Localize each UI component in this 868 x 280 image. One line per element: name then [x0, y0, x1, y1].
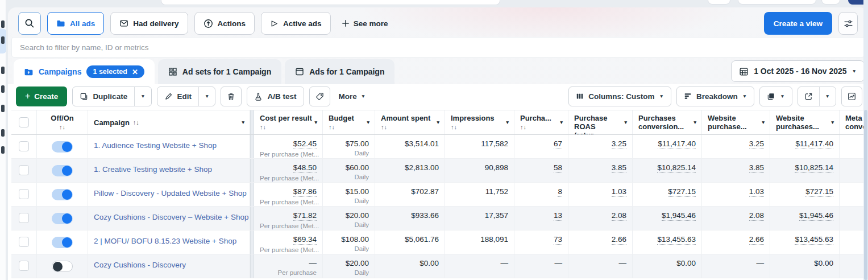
purchases-conversion-value[interactable]: $727.15 — [668, 187, 696, 197]
column-header-purchase-roas[interactable]: Purchase ROAS (retur... ▼ — [568, 110, 633, 134]
purchase-roas-value[interactable]: 2.08 — [612, 211, 626, 221]
create-a-view-button[interactable]: Create a view — [764, 12, 832, 35]
website-purchases-value[interactable]: $1,945.46 — [799, 211, 833, 221]
purchase-roas-value[interactable]: 3.85 — [612, 163, 626, 173]
sort-icon[interactable]: ↑↓ — [329, 123, 369, 130]
campaign-name-link[interactable]: 1. Audience Testing Website + Shop — [94, 141, 217, 150]
frozen-pane-divider[interactable] — [250, 110, 254, 134]
purchases-value[interactable]: — — [555, 259, 563, 267]
duplicate-options-button[interactable]: ▼ — [134, 87, 151, 106]
filter-pill-all-ads[interactable]: All ads — [47, 12, 104, 35]
chevron-down-icon[interactable]: ▼ — [559, 120, 564, 125]
row-checkbox[interactable] — [19, 237, 29, 247]
duplicate-button[interactable]: Duplicate — [73, 87, 134, 106]
vertical-scrollbar[interactable] — [863, 0, 868, 280]
rail-icon[interactable] — [1, 36, 5, 44]
chevron-down-icon[interactable]: ▼ — [693, 120, 697, 125]
sort-icon[interactable]: ↑↓ — [43, 123, 82, 130]
website-purchase-roas-value[interactable]: — — [757, 259, 765, 267]
filter-pill-had-delivery[interactable]: Had delivery — [110, 12, 188, 35]
website-purchases-value[interactable]: $727.15 — [805, 187, 833, 197]
campaign-toggle[interactable] — [52, 141, 73, 153]
edit-options-button[interactable]: ▼ — [198, 87, 215, 106]
tab-ad-sets[interactable]: Ad sets for 1 Campaign — [158, 59, 281, 84]
view-settings-button[interactable] — [838, 12, 858, 35]
export-button[interactable] — [798, 87, 819, 106]
cost-per-result-value[interactable]: $87.86 — [293, 187, 317, 197]
chevron-down-icon[interactable]: ▼ — [241, 120, 246, 125]
select-all-checkbox[interactable] — [19, 117, 29, 127]
column-header-amount-spent[interactable]: Amount spent↑↓ ▼ — [375, 110, 445, 134]
sort-icon[interactable]: ↑↓ — [133, 119, 139, 126]
chevron-down-icon[interactable]: ▼ — [624, 120, 628, 125]
campaign-name-link[interactable]: Cozy Cushions - Discovery — [94, 261, 186, 269]
date-range-picker[interactable]: 1 Oct 2025 - 16 Nov 2025 ▼ — [731, 60, 865, 82]
budget-value[interactable]: $20.00 — [346, 211, 369, 220]
purchases-value[interactable]: 73 — [554, 235, 562, 245]
purchases-value[interactable]: 13 — [554, 211, 562, 221]
rail-icon[interactable] — [1, 146, 5, 154]
clear-selection-icon[interactable]: ✕ — [132, 68, 138, 76]
website-purchases-value[interactable]: $0.00 — [814, 259, 833, 267]
budget-value[interactable]: $75.00 — [346, 139, 369, 148]
cost-per-result-value[interactable]: $48.50 — [293, 163, 317, 173]
purchases-value[interactable]: 8 — [558, 187, 562, 197]
website-purchases-value[interactable]: $11,417.40 — [795, 139, 833, 149]
purchase-roas-value[interactable]: 2.66 — [612, 235, 626, 245]
charts-button[interactable] — [841, 87, 862, 106]
export-options-button[interactable]: ▼ — [819, 87, 836, 106]
rail-icon[interactable] — [1, 20, 5, 28]
budget-value[interactable]: $60.00 — [346, 163, 369, 172]
chevron-down-icon[interactable]: ▼ — [314, 120, 318, 125]
breakdown-button[interactable]: Breakdown ▼ — [676, 87, 754, 106]
purchases-conversion-value[interactable]: $13,455.63 — [657, 235, 696, 245]
website-purchase-roas-value[interactable]: 1.03 — [749, 187, 764, 197]
purchase-roas-value[interactable]: 1.03 — [612, 187, 626, 197]
tab-campaigns[interactable]: Campaigns 1 selected ✕ — [14, 59, 155, 84]
search-input[interactable] — [11, 37, 865, 57]
row-checkbox[interactable] — [19, 261, 29, 271]
column-header-cost-per-result[interactable]: Cost per result↑↓ ▼ — [254, 110, 323, 134]
campaign-toggle[interactable] — [52, 165, 73, 176]
row-checkbox[interactable] — [19, 141, 29, 151]
row-checkbox[interactable] — [19, 213, 29, 223]
sort-icon[interactable]: ↑↓ — [520, 123, 562, 130]
website-purchase-roas-value[interactable]: 2.66 — [749, 235, 764, 245]
ab-test-button[interactable]: A/B test — [247, 87, 304, 106]
campaign-toggle[interactable] — [52, 237, 73, 248]
website-purchase-roas-value[interactable]: 2.08 — [749, 211, 764, 221]
edit-button[interactable]: Edit — [157, 87, 199, 106]
sort-icon[interactable]: ↑↓ — [260, 123, 317, 130]
column-header-campaign[interactable]: Campaign ↑↓ ▼ — [88, 110, 250, 134]
budget-value[interactable]: $15.00 — [346, 187, 369, 196]
rail-icon[interactable] — [1, 85, 5, 93]
chevron-down-icon[interactable]: ▼ — [505, 120, 510, 125]
campaign-toggle[interactable] — [52, 189, 73, 200]
purchase-roas-value[interactable]: — — [619, 259, 627, 267]
filter-pill-actions[interactable]: Actions — [194, 12, 255, 35]
column-header-website-purchases[interactable]: Website purchases... ▼ — [770, 110, 840, 134]
website-purchase-roas-value[interactable]: 3.85 — [749, 163, 764, 173]
website-purchases-value[interactable]: $13,455.63 — [795, 235, 833, 245]
search-filter-button[interactable] — [18, 12, 41, 35]
rail-icon[interactable] — [1, 129, 5, 137]
purchases-value[interactable]: 58 — [554, 163, 562, 173]
column-header-purchases-conversion-value[interactable]: Purchases conversion... ▼ — [633, 110, 702, 134]
cost-per-result-value[interactable]: $71.82 — [293, 211, 317, 221]
website-purchases-value[interactable]: $10,825.14 — [795, 163, 833, 173]
tab-ads[interactable]: Ads for 1 Campaign — [285, 59, 394, 84]
tag-button[interactable] — [309, 87, 330, 106]
columns-button[interactable]: Columns: Custom ▼ — [568, 87, 671, 106]
column-header-impressions[interactable]: Impressions↑↓ ▼ — [445, 110, 514, 134]
cost-per-result-value[interactable]: $52.45 — [293, 139, 317, 149]
see-more-button[interactable]: See more — [337, 19, 393, 28]
column-header-website-purchase-roas[interactable]: Website purchase... ▼ — [702, 110, 770, 134]
column-header-budget[interactable]: Budget↑↓ ▼ — [323, 110, 375, 134]
campaign-toggle[interactable] — [52, 213, 73, 224]
purchase-roas-value[interactable]: 3.25 — [612, 139, 626, 149]
rail-icon[interactable] — [1, 105, 5, 112]
more-button[interactable]: More ▼ — [335, 92, 369, 101]
campaign-name-link[interactable]: Cozy Cushions - Discovery – Website + Sh… — [94, 213, 249, 221]
rail-icon[interactable] — [1, 67, 5, 74]
column-header-off-on[interactable]: Off/On ↑↓ — [37, 110, 88, 134]
